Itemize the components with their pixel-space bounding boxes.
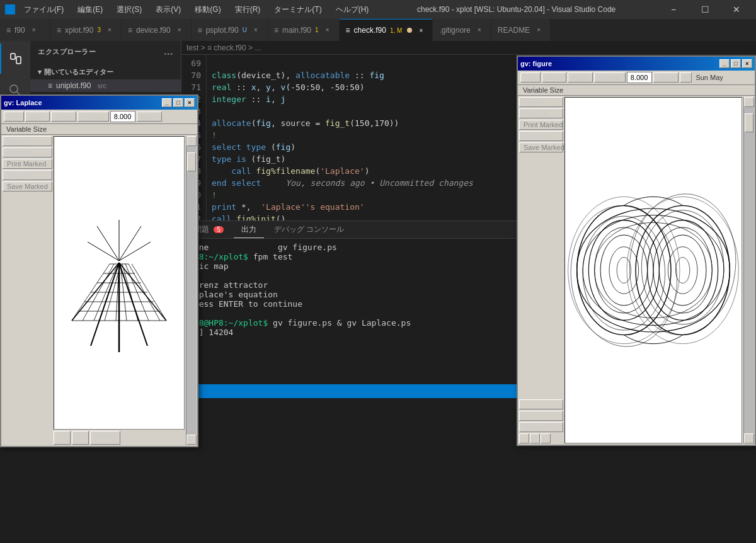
titlebar-left: ファイル(F) 編集(E) 選択(S) 表示(V) 移動(G) 実行(R) ター… [5,3,374,16]
gv-figure-extra-btn[interactable]: fi [680,72,692,83]
gv-laplace-portrait-btn[interactable]: Portrait [77,111,108,122]
gv-laplace-toolbar: File State Page Portrait BBox [1,110,197,124]
gv-figure-scroll-track[interactable] [744,107,754,433]
tab-f90[interactable]: ≡ f90 × [0,19,50,41]
gv-figure-page-btn[interactable]: Page [568,72,593,83]
gv-figure-window: gv: figure _ □ × File State Page Portrai… [517,55,756,446]
gv-figure-thumb1[interactable]: ▪ [519,433,529,443]
gv-figure-close[interactable]: × [742,59,752,68]
menu-select[interactable]: 選択(S) [112,3,147,16]
tab-main[interactable]: ≡ main.f90 1 × [268,19,340,41]
tab-icon: ≡ [6,26,11,35]
gv-laplace-save-all-btn[interactable]: Save All [3,170,52,180]
tab-output[interactable]: 出力 [234,222,264,238]
tab-close-f90[interactable]: × [29,25,39,35]
gv-laplace-prev-btn[interactable]: << [54,431,71,445]
explorer-file-uniplot[interactable]: ≡ uniplot.f90 src [30,79,181,92]
gv-figure-date: Sun May [696,74,723,81]
gv-figure-minimize[interactable]: _ [719,59,730,68]
gv-laplace-btn-col: Open Print All Print Marked Save All Sav… [3,136,52,445]
menu-terminal[interactable]: ターミナル(T) [269,3,326,16]
tab-xplot[interactable]: ≡ xplot.f90 3 × [50,19,122,41]
minimize-button[interactable]: − [659,0,688,19]
gv-figure-prev-btn[interactable]: << [519,399,563,409]
gv-figure-scroll-thumb[interactable] [745,113,753,132]
tab-gitignore[interactable]: .gitignore × [433,19,491,41]
gv-figure-print-all-btn[interactable]: Print All [519,108,563,118]
tab-close-psplot[interactable]: × [251,25,261,35]
gv-figure-thumb2[interactable]: ▪ [530,433,540,443]
gv-figure-file-btn[interactable]: File [520,72,541,83]
gv-figure-scroll-down[interactable]: ▼ [744,433,754,443]
gv-laplace-window: gv: Laplace _ □ × File State Page Portra… [0,94,198,447]
menu-help[interactable]: ヘルプ(H) [331,3,374,16]
tab-close-device[interactable]: × [175,25,185,35]
tab-debug-console[interactable]: デバッグ コンソール [266,222,352,237]
gv-figure-zoom-input[interactable] [627,72,652,83]
gv-laplace-state-btn[interactable]: State [25,111,50,122]
gv-figure-thumb-nav: << >> Reload ▪ ▪ ▪ [519,399,563,443]
gv-laplace-controls: _ □ × [162,98,195,107]
gv-laplace-bbox-btn[interactable]: BBox [137,111,162,122]
gv-laplace-zoom-input[interactable] [110,111,135,122]
explorer-menu-dots[interactable]: ... [164,46,173,57]
gv-figure-scroll-up[interactable]: ▲ [744,97,754,107]
chevron-down-icon: ▾ [38,68,42,76]
gv-laplace-scroll-up[interactable]: ▲ [186,136,197,146]
gv-figure-thumb3[interactable]: ▪ [541,433,551,443]
tab-close-xplot[interactable]: × [105,25,115,35]
gv-figure-print-marked-btn[interactable]: Print Marked [519,120,563,130]
menu-go[interactable]: 移動(G) [190,3,226,16]
gv-figure-scrollbar[interactable]: ▲ ▼ [743,97,753,443]
gv-figure-save-all-btn[interactable]: Save All [519,131,563,141]
gv-figure-portrait-btn[interactable]: Portrait [594,72,625,83]
gv-laplace-print-marked-btn[interactable]: Print Marked [3,159,52,169]
gv-laplace-scroll-thumb[interactable] [187,152,196,171]
vscode-icon [5,4,15,14]
tab-icon6: ≡ [346,26,350,35]
tab-check[interactable]: ≡ check.f90 1, M × [340,19,433,41]
gv-laplace-minimize[interactable]: _ [162,98,172,107]
tab-psplot[interactable]: ≡ psplot.f90 U × [192,19,268,41]
gv-figure-display [564,97,742,443]
gv-laplace-reload-btn[interactable]: Reload [90,431,121,445]
gv-laplace-close[interactable]: × [185,98,195,107]
gv-figure-save-marked-btn[interactable]: Save Marked [519,142,563,152]
gv-laplace-page-btn[interactable]: Page [51,111,76,122]
gv-figure-next-btn[interactable]: >> [519,411,563,421]
gv-laplace-print-all-btn[interactable]: Print All [3,147,52,157]
gv-laplace-save-marked-btn[interactable]: Save Marked [3,181,52,191]
gv-laplace-open-btn[interactable]: Open [3,136,52,146]
menu-file[interactable]: ファイル(F) [19,3,69,16]
open-editors-title[interactable]: ▾ 開いているエディター [30,65,181,79]
gv-figure-reload-btn[interactable]: Reload [519,422,563,432]
gv-figure-maximize[interactable]: □ [731,59,741,68]
svg-point-42 [636,205,730,334]
gv-laplace-maximize[interactable]: □ [173,98,183,107]
gv-laplace-scroll-down[interactable]: ▼ [186,435,197,445]
gv-figure-bbox-btn[interactable]: BBox [653,72,679,83]
tab-icon4: ≡ [198,26,202,35]
breadcrumb-text: test > ≡ check.f90 > ... [186,43,261,52]
tab-close-main[interactable]: × [323,25,333,35]
gv-laplace-file-btn[interactable]: File [4,111,24,122]
tab-readme[interactable]: README × [491,19,551,41]
gv-laplace-next-btn[interactable]: >> [72,431,89,445]
tab-device[interactable]: ≡ device.f90 × [122,19,192,41]
sidebar-icon-explorer[interactable] [0,43,30,74]
gv-laplace-scrollbar[interactable]: ▲ ▼ [186,136,196,445]
tab-close-readme[interactable]: × [534,25,544,35]
gv-laplace-scroll-track[interactable] [186,146,197,435]
window-title: check.f90 - xplot [WSL: Ubuntu-20.04] - … [374,5,659,14]
maximize-button[interactable]: ☐ [690,0,719,19]
gv-figure-state-btn[interactable]: State [542,72,567,83]
close-button[interactable]: ✕ [722,0,751,19]
menu-edit[interactable]: 編集(E) [72,3,108,16]
gv-figure-open-btn[interactable]: Open [519,97,563,107]
menu-run[interactable]: 実行(R) [230,3,266,16]
svg-line-32 [97,226,119,261]
gv-laplace-nav-row: << >> Reload [54,431,185,445]
tab-close-check[interactable]: × [416,25,426,35]
menu-view[interactable]: 表示(V) [151,3,186,16]
tab-close-gitignore[interactable]: × [474,25,484,35]
